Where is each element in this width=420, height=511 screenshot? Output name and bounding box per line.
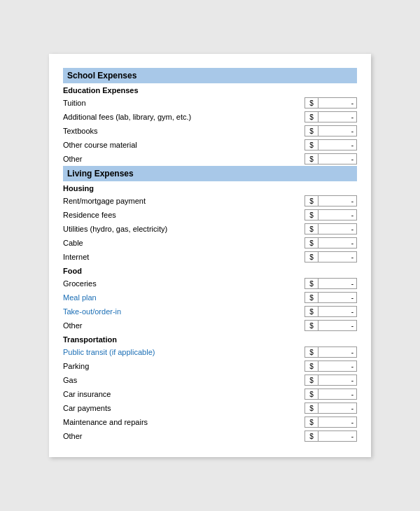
dollar-sign: $ bbox=[304, 402, 318, 414]
item-label: Residence fees bbox=[63, 211, 304, 219]
table-row: Internet $ - bbox=[63, 250, 357, 264]
dollar-sign: $ bbox=[304, 278, 318, 289]
school-section-header: School Expenses bbox=[63, 68, 357, 83]
table-row: Parking $ - bbox=[63, 359, 357, 373]
table-row: Other $ - bbox=[63, 152, 357, 166]
item-label: Maintenance and repairs bbox=[63, 418, 304, 426]
dollar-sign: $ bbox=[304, 125, 318, 136]
item-label: Other bbox=[63, 432, 304, 440]
table-row: Car payments $ - bbox=[63, 401, 357, 415]
dollar-sign: $ bbox=[304, 416, 318, 428]
table-row: Cable $ - bbox=[63, 236, 357, 250]
item-value: $ - bbox=[304, 111, 357, 122]
table-row: Other $ - bbox=[63, 318, 357, 332]
amount: - bbox=[318, 153, 357, 164]
dollar-sign: $ bbox=[304, 346, 318, 358]
table-row: Other course material $ - bbox=[63, 138, 357, 152]
table-row: Groceries $ - bbox=[63, 276, 357, 290]
item-label: Public transit (if applicable) bbox=[63, 348, 304, 356]
item-value: $ - bbox=[304, 251, 357, 262]
item-label: Car insurance bbox=[63, 390, 304, 398]
item-value: $ - bbox=[304, 430, 357, 442]
amount: - bbox=[318, 402, 357, 414]
item-label: Textbooks bbox=[63, 127, 304, 135]
table-row: Gas $ - bbox=[63, 373, 357, 387]
budget-sheet: School Expenses Education Expenses Tuiti… bbox=[49, 54, 371, 457]
item-value: $ - bbox=[304, 402, 357, 414]
item-value: $ - bbox=[304, 374, 357, 386]
education-subsection-header: Education Expenses bbox=[63, 83, 357, 96]
transportation-subsection-header: Transportation bbox=[63, 332, 357, 345]
item-label: Other bbox=[63, 321, 304, 330]
item-value: $ - bbox=[304, 388, 357, 400]
dollar-sign: $ bbox=[304, 139, 318, 150]
dollar-sign: $ bbox=[304, 153, 318, 164]
food-subsection-header: Food bbox=[63, 264, 357, 276]
table-row: Utilities (hydro, gas, electricity) $ - bbox=[63, 222, 357, 236]
item-label: Utilities (hydro, gas, electricity) bbox=[63, 225, 304, 233]
amount: - bbox=[318, 292, 357, 303]
amount: - bbox=[318, 125, 357, 136]
dollar-sign: $ bbox=[304, 374, 318, 386]
dollar-sign: $ bbox=[304, 360, 318, 372]
item-label: Cable bbox=[63, 239, 304, 247]
table-row: Textbooks $ - bbox=[63, 124, 357, 138]
dollar-sign: $ bbox=[304, 195, 318, 206]
living-section-header: Living Expenses bbox=[63, 166, 357, 181]
dollar-sign: $ bbox=[304, 251, 318, 262]
item-value: $ - bbox=[304, 97, 357, 108]
table-row: Meal plan $ - bbox=[63, 290, 357, 304]
dollar-sign: $ bbox=[304, 388, 318, 400]
item-label: Tuition bbox=[63, 99, 304, 107]
table-row: Additional fees (lab, library, gym, etc.… bbox=[63, 110, 357, 124]
amount: - bbox=[318, 374, 357, 386]
dollar-sign: $ bbox=[304, 320, 318, 331]
item-label: Groceries bbox=[63, 279, 304, 288]
item-label: Additional fees (lab, library, gym, etc.… bbox=[63, 113, 304, 121]
table-row: Tuition $ - bbox=[63, 96, 357, 110]
amount: - bbox=[318, 430, 357, 442]
amount: - bbox=[318, 388, 357, 400]
amount: - bbox=[318, 346, 357, 358]
dollar-sign: $ bbox=[304, 209, 318, 220]
item-label: Parking bbox=[63, 362, 304, 370]
dollar-sign: $ bbox=[304, 97, 318, 108]
item-value: $ - bbox=[304, 139, 357, 150]
item-label: Meal plan bbox=[63, 293, 304, 302]
item-value: $ - bbox=[304, 237, 357, 248]
item-value: $ - bbox=[304, 416, 357, 428]
amount: - bbox=[318, 360, 357, 372]
item-value: $ - bbox=[304, 292, 357, 303]
amount: - bbox=[318, 416, 357, 428]
amount: - bbox=[318, 223, 357, 234]
table-row: Car insurance $ - bbox=[63, 387, 357, 401]
dollar-sign: $ bbox=[304, 306, 318, 317]
item-label: Car payments bbox=[63, 404, 304, 412]
item-value: $ - bbox=[304, 320, 357, 331]
amount: - bbox=[318, 139, 357, 150]
dollar-sign: $ bbox=[304, 111, 318, 122]
amount: - bbox=[318, 278, 357, 289]
item-label: Other bbox=[63, 155, 304, 163]
dollar-sign: $ bbox=[304, 223, 318, 234]
amount: - bbox=[318, 251, 357, 262]
table-row: Public transit (if applicable) $ - bbox=[63, 345, 357, 359]
item-value: $ - bbox=[304, 209, 357, 220]
amount: - bbox=[318, 97, 357, 108]
amount: - bbox=[318, 195, 357, 206]
item-value: $ - bbox=[304, 195, 357, 206]
item-value: $ - bbox=[304, 306, 357, 317]
dollar-sign: $ bbox=[304, 237, 318, 248]
amount: - bbox=[318, 320, 357, 331]
item-label: Gas bbox=[63, 376, 304, 384]
table-row: Other $ - bbox=[63, 429, 357, 443]
table-row: Maintenance and repairs $ - bbox=[63, 415, 357, 429]
item-label: Internet bbox=[63, 253, 304, 261]
dollar-sign: $ bbox=[304, 292, 318, 303]
item-value: $ - bbox=[304, 223, 357, 234]
item-value: $ - bbox=[304, 346, 357, 358]
amount: - bbox=[318, 237, 357, 248]
item-value: $ - bbox=[304, 125, 357, 136]
item-label: Other course material bbox=[63, 141, 304, 149]
item-value: $ - bbox=[304, 360, 357, 372]
